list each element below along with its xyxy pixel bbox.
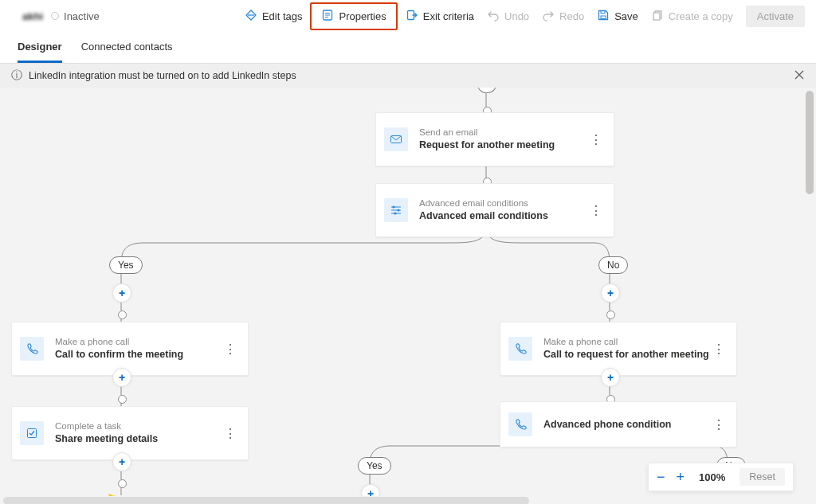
save-button[interactable]: Save [590, 6, 645, 27]
connector-dot [118, 395, 127, 404]
node-send-email[interactable]: Send an email Request for another meetin… [375, 112, 614, 166]
svg-point-31 [392, 205, 394, 208]
save-icon [597, 9, 610, 24]
zoom-level: 100% [696, 471, 728, 483]
flag-icon: ⚑ [107, 492, 117, 496]
node-subtitle: Send an email [419, 127, 555, 139]
email-icon [384, 127, 408, 151]
branch-no-label[interactable]: No [598, 256, 628, 274]
node-subtitle: Advanced email conditions [419, 197, 548, 210]
node-title: Share meeting details [55, 432, 158, 446]
node-title: Advanced phone condition [543, 418, 671, 432]
node-title: Advanced email conditions [419, 209, 548, 223]
zoom-in-button[interactable]: + [677, 469, 685, 486]
add-step-button[interactable]: + [112, 368, 131, 387]
node-more-button[interactable]: ⋮ [586, 203, 606, 218]
close-icon [794, 69, 805, 80]
exit-label: Exit [124, 494, 143, 497]
create-copy-label: Create a copy [669, 10, 733, 22]
phone-icon [508, 337, 532, 361]
notification-bar: ⓘ LinkedIn integration must be turned on… [0, 64, 816, 88]
start-node[interactable] [477, 88, 496, 93]
info-icon: ⓘ [11, 68, 22, 83]
record-status: Inactive [64, 10, 100, 22]
create-copy-button[interactable]: Create a copy [645, 6, 740, 27]
zoom-reset-button[interactable]: Reset [740, 468, 785, 486]
node-subtitle: Make a phone call [543, 336, 709, 349]
properties-icon [321, 9, 334, 24]
add-step-button[interactable]: + [601, 368, 620, 387]
tab-designer[interactable]: Designer [18, 31, 62, 63]
add-step-button[interactable]: + [361, 484, 380, 496]
redo-button[interactable]: Redo [536, 6, 590, 27]
properties-button[interactable]: Properties [315, 6, 392, 27]
phone-icon [508, 412, 532, 436]
command-bar: akhi Inactive Edit tags Properties Exit … [0, 0, 816, 31]
node-more-button[interactable]: ⋮ [221, 426, 240, 441]
undo-icon [487, 9, 500, 24]
add-step-button[interactable]: + [112, 283, 131, 303]
node-task-yes[interactable]: Complete a task Share meeting details ⋮ [11, 406, 249, 460]
node-more-button[interactable]: ⋮ [709, 342, 728, 357]
tab-connected-contacts[interactable]: Connected contacts [81, 31, 173, 63]
svg-rect-6 [601, 16, 606, 19]
node-phone-condition[interactable]: Advanced phone condition ⋮ [500, 401, 737, 447]
node-subtitle: Complete a task [55, 420, 158, 433]
record-title: akhi [22, 10, 43, 22]
branch-yes-label[interactable]: Yes [109, 256, 143, 274]
vertical-scrollbar[interactable] [806, 91, 814, 496]
node-more-button[interactable]: ⋮ [709, 417, 728, 432]
add-step-button[interactable]: + [112, 452, 131, 471]
activate-button[interactable]: Activate [746, 6, 805, 27]
task-icon [20, 421, 44, 445]
exit-criteria-label: Exit criteria [423, 10, 474, 22]
exit-node[interactable]: ⚑ Exit [107, 492, 143, 496]
svg-rect-8 [653, 13, 660, 20]
exit-criteria-icon [406, 9, 418, 24]
notification-text: LinkedIn integration must be turned on t… [29, 70, 296, 81]
connector-dot [606, 311, 615, 319]
notification-close-button[interactable] [794, 69, 805, 83]
node-more-button[interactable]: ⋮ [221, 342, 240, 357]
edit-tags-button[interactable]: Edit tags [238, 6, 309, 27]
edit-tags-label: Edit tags [262, 10, 303, 22]
node-more-button[interactable]: ⋮ [586, 132, 606, 147]
svg-point-33 [397, 209, 399, 211]
node-phone-yes[interactable]: Make a phone call Call to confirm the me… [11, 322, 249, 376]
activate-label: Activate [757, 10, 794, 22]
svg-rect-7 [601, 10, 605, 13]
properties-highlight: Properties [310, 2, 397, 30]
horizontal-scrollbar[interactable] [3, 497, 803, 504]
save-label: Save [614, 10, 638, 22]
zoom-control: − + 100% Reset [648, 463, 794, 491]
node-subtitle: Make a phone call [55, 336, 183, 349]
redo-icon [542, 9, 555, 24]
branch-yes-label[interactable]: Yes [358, 457, 391, 475]
flow-canvas[interactable]: Send an email Request for another meetin… [0, 88, 816, 504]
connector-dot [118, 479, 127, 488]
node-title: Request for another meeting [419, 139, 555, 152]
tab-bar: Designer Connected contacts [0, 31, 816, 64]
node-phone-no[interactable]: Make a phone call Call to request for an… [500, 322, 737, 376]
phone-icon [20, 337, 44, 361]
redo-label: Redo [559, 10, 584, 22]
svg-point-35 [394, 212, 396, 214]
undo-button[interactable]: Undo [481, 6, 536, 27]
copy-icon [651, 9, 664, 24]
node-email-condition[interactable]: Advanced email conditions Advanced email… [375, 183, 614, 237]
exit-criteria-button[interactable]: Exit criteria [399, 6, 481, 27]
properties-label: Properties [339, 10, 386, 22]
node-title: Call to request for another meeting [543, 348, 709, 361]
zoom-out-button[interactable]: − [657, 469, 665, 486]
connector-dot [118, 311, 127, 319]
tag-icon [245, 9, 257, 24]
add-step-button[interactable]: + [601, 283, 620, 303]
node-title: Call to confirm the meeting [55, 348, 183, 361]
undo-label: Undo [504, 10, 529, 22]
filter-icon [384, 198, 408, 222]
status-indicator-icon [51, 12, 59, 20]
